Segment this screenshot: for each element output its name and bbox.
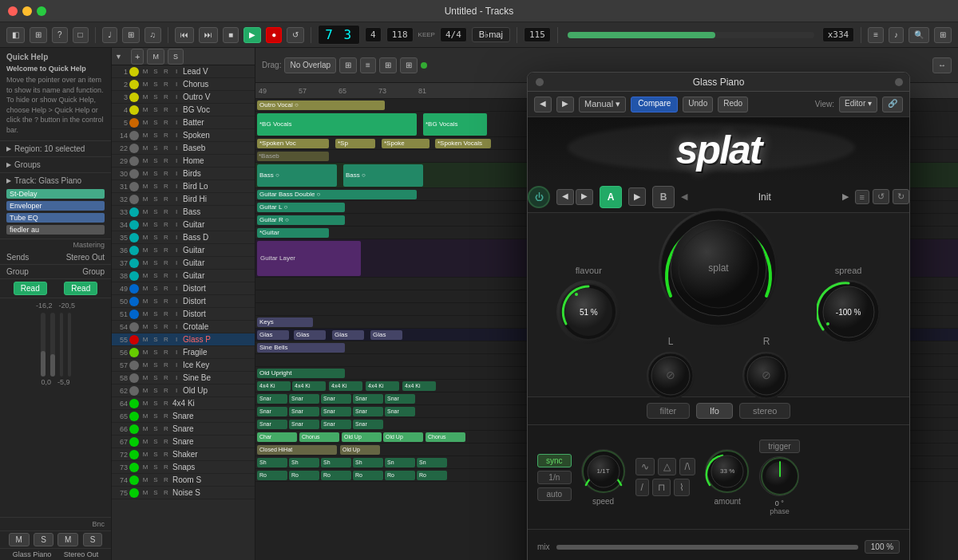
clip[interactable]: Snar — [289, 394, 319, 404]
1n-btn[interactable]: 1/n — [537, 471, 572, 484]
track-msri[interactable]: MSRI — [141, 234, 181, 241]
clip[interactable]: Guitar R ○ — [257, 215, 345, 225]
no-overlap-select[interactable]: No Overlap — [284, 57, 336, 73]
smart-controls-btn[interactable]: ◧ — [6, 27, 25, 43]
track-msri[interactable]: MSRI — [141, 374, 181, 381]
master-tune-btn[interactable]: ♫ — [144, 27, 162, 43]
cycle-btn[interactable]: ↺ — [287, 27, 304, 43]
editor-btn[interactable]: Editor ▾ — [839, 97, 877, 112]
fader-mid[interactable] — [50, 313, 55, 377]
close-button[interactable] — [8, 6, 18, 16]
track-list-s[interactable]: S — [168, 49, 184, 65]
clip[interactable]: Bass ○ — [343, 164, 423, 187]
plugin-tube-eq[interactable]: Tube EQ — [6, 213, 105, 223]
clip[interactable]: Outro Vocal ○ — [257, 101, 385, 110]
clip[interactable]: Ro — [417, 471, 447, 480]
guitar-layer-clip[interactable]: Guitar Layer — [257, 241, 361, 276]
clip[interactable]: Sh — [289, 458, 319, 467]
spread-knob[interactable]: -100 % — [817, 280, 881, 344]
clip[interactable]: Ro — [353, 471, 383, 480]
undo-btn[interactable]: Undo — [683, 97, 713, 112]
clip[interactable]: Snar — [353, 407, 383, 416]
speed-knob[interactable]: 1/1T — [581, 449, 626, 494]
record-btn[interactable]: ● — [266, 27, 282, 43]
clip[interactable]: Snar — [353, 420, 383, 429]
filter-tab[interactable]: filter — [647, 403, 691, 419]
ab-icon-1[interactable]: ≡ — [855, 190, 869, 204]
shape-tri[interactable]: △ — [658, 458, 676, 475]
clip[interactable]: Ro — [289, 471, 319, 480]
shape-saw-dn[interactable]: / — [635, 479, 649, 496]
ab-a-btn[interactable]: A — [600, 186, 622, 208]
track-msri[interactable]: MSRI — [141, 221, 181, 228]
track-msri[interactable]: MSRI — [141, 144, 181, 152]
phase-knob[interactable] — [759, 456, 799, 496]
stop-btn[interactable]: ■ — [223, 27, 239, 43]
clip[interactable]: Snar — [257, 407, 287, 416]
track-msri[interactable]: MSRI — [141, 349, 181, 356]
track-list-collapse[interactable]: ▼ — [115, 53, 128, 61]
s-btn-2[interactable]: S — [83, 533, 103, 546]
clip[interactable]: Bass ○ — [257, 164, 337, 187]
track-msri[interactable]: MSRI — [141, 170, 181, 177]
clip[interactable]: 4x4 Ki — [329, 381, 362, 391]
clip[interactable]: Old Up — [342, 432, 382, 442]
arrange-align-btn[interactable]: ⊞ — [379, 57, 397, 73]
s-btn-1[interactable]: S — [34, 533, 53, 546]
clip[interactable]: Glas — [257, 330, 289, 340]
track-msri[interactable]: MSR — [141, 425, 171, 432]
clip[interactable]: *Baseb — [257, 152, 329, 161]
track-msri[interactable]: MSRI — [141, 119, 181, 126]
clip[interactable]: Old Up — [383, 432, 423, 442]
quick-help-toggle[interactable]: Quick Help — [6, 53, 105, 61]
plugin-expand-btn[interactable] — [895, 78, 903, 86]
clip[interactable]: 4x4 Ki — [292, 381, 326, 391]
power-btn[interactable]: ⏻ — [528, 186, 550, 208]
ab-icon-2[interactable]: ↺ — [873, 189, 889, 204]
search-btn[interactable]: 🔍 — [909, 27, 929, 43]
plugin-fiedler[interactable]: fiedler au — [6, 225, 105, 235]
flavour-knob[interactable]: 51 % — [556, 280, 620, 344]
track-msri[interactable]: MSRI — [141, 310, 181, 317]
clip[interactable]: Snar — [353, 394, 383, 404]
track-msri[interactable]: MSRI — [141, 246, 181, 254]
sync-btn[interactable]: sync — [537, 454, 572, 467]
read-btn-right[interactable]: Read — [64, 282, 97, 295]
l-knob[interactable]: ⊘ — [647, 352, 695, 400]
ab-play-btn[interactable]: ▶ — [628, 187, 646, 206]
track-msri[interactable]: MSRI — [141, 132, 181, 139]
ab-prev-btn[interactable]: ◀ — [556, 189, 574, 205]
plugin-back-btn[interactable]: ◀ — [534, 97, 552, 112]
redo-btn[interactable]: Redo — [718, 97, 748, 112]
arrange-zoom-btn[interactable]: ⊞ — [339, 57, 357, 73]
minimize-button[interactable] — [22, 6, 32, 16]
amount-knob[interactable]: 33 % — [705, 449, 750, 494]
trigger-btn[interactable]: trigger — [759, 440, 799, 453]
track-msri[interactable]: MSRI — [141, 285, 181, 292]
clip[interactable]: Snar — [385, 407, 415, 416]
shape-sine[interactable]: ∿ — [635, 458, 655, 475]
plugin-close-btn[interactable] — [536, 78, 544, 86]
clip[interactable]: Sh — [257, 458, 287, 467]
track-msri[interactable]: MSRI — [141, 68, 181, 75]
track-msri[interactable]: MSRI — [141, 361, 181, 369]
auto-btn[interactable]: auto — [537, 487, 572, 501]
clip[interactable]: Chorus — [426, 432, 465, 442]
ab-right-arrow[interactable]: ▶ — [842, 191, 849, 202]
track-msri[interactable]: MSRI — [141, 208, 181, 215]
ab-icon-3[interactable]: ↻ — [893, 189, 909, 204]
arrange-settings-btn[interactable]: ⊞ — [400, 57, 418, 73]
clip[interactable]: *Spoken Voc — [257, 139, 329, 148]
rewind-btn[interactable]: ⏮ — [175, 27, 194, 43]
traffic-lights[interactable] — [8, 6, 46, 16]
shape-saw-up[interactable]: /\ — [679, 458, 696, 475]
clip[interactable]: Sh — [353, 458, 383, 467]
shape-square[interactable]: ⊓ — [652, 479, 671, 496]
ab-b-btn[interactable]: B — [652, 186, 675, 208]
clip[interactable]: Closed HiHat — [257, 445, 337, 455]
track-msri[interactable]: MSRI — [141, 195, 181, 203]
clip[interactable]: Ro — [321, 471, 351, 480]
score-btn[interactable]: ♪ — [889, 27, 904, 43]
clip[interactable]: Sn — [385, 458, 415, 467]
lfo-tab[interactable]: lfo — [696, 403, 733, 419]
